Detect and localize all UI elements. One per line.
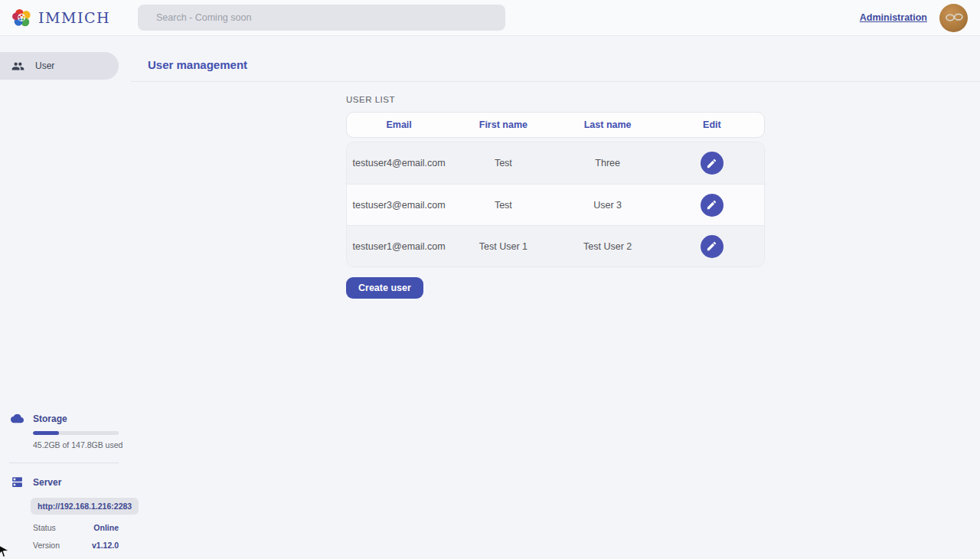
cell-email: testuser3@email.com xyxy=(347,200,451,211)
column-header-first-name: First name xyxy=(451,119,555,130)
pencil-icon xyxy=(706,199,717,211)
user-list-label: USER LIST xyxy=(346,95,765,104)
page-title: User management xyxy=(148,58,980,71)
sidebar-divider xyxy=(9,463,119,463)
cell-email: testuser1@email.com xyxy=(347,241,451,252)
top-bar: IMMICH Administration xyxy=(0,0,980,36)
search-input[interactable] xyxy=(138,5,505,31)
pencil-icon xyxy=(706,240,717,252)
sidebar-item-user[interactable]: User xyxy=(0,52,119,80)
sidebar: User Storage 45.2GB of 147.8GB used Serv… xyxy=(0,36,131,559)
cell-last-name: Test User 2 xyxy=(556,241,660,252)
cell-first-name: Test xyxy=(451,200,555,211)
pencil-icon xyxy=(706,158,717,169)
administration-link[interactable]: Administration xyxy=(860,12,927,23)
create-user-button[interactable]: Create user xyxy=(346,277,423,299)
edit-user-button[interactable] xyxy=(701,194,724,217)
cell-first-name: Test xyxy=(451,158,555,168)
sidebar-item-label: User xyxy=(35,60,54,71)
edit-user-button[interactable] xyxy=(701,152,724,175)
server-title: Server xyxy=(33,477,61,488)
glasses-photo-icon xyxy=(942,6,965,29)
storage-progress-fill xyxy=(33,431,59,435)
cloud-icon xyxy=(11,412,24,425)
users-group-icon xyxy=(11,60,24,73)
column-header-email: Email xyxy=(347,119,451,130)
mouse-cursor xyxy=(0,544,11,557)
storage-title: Storage xyxy=(33,414,67,424)
server-version-row: Version v1.12.0 xyxy=(33,541,119,550)
table-row: testuser1@email.com Test User 1 Test Use… xyxy=(347,225,764,266)
page-header: User management xyxy=(131,36,980,82)
server-status-row: Status Online xyxy=(33,523,119,532)
edit-user-button[interactable] xyxy=(701,235,724,258)
column-header-edit: Edit xyxy=(660,119,764,130)
immich-logo-icon xyxy=(12,8,33,28)
user-list-section: USER LIST Email First name Last name Edi… xyxy=(346,95,765,299)
user-avatar[interactable] xyxy=(939,4,968,32)
server-url-badge: http://192.168.1.216:2283 xyxy=(31,498,139,515)
user-table-body: testuser4@email.com Test Three testuser3… xyxy=(346,142,765,267)
status-label: Status xyxy=(33,523,56,532)
cell-email: testuser4@email.com xyxy=(347,158,451,168)
immich-brand: IMMICH xyxy=(12,8,110,28)
storage-progress-bar xyxy=(33,431,119,435)
status-value: Online xyxy=(93,523,119,532)
version-value: v1.12.0 xyxy=(92,541,119,550)
sidebar-status-panel: Storage 45.2GB of 147.8GB used Server ht… xyxy=(0,412,131,550)
server-icon xyxy=(11,476,24,489)
version-label: Version xyxy=(33,541,60,550)
cell-last-name: Three xyxy=(556,158,660,168)
main-content: User management USER LIST Email First na… xyxy=(131,36,980,559)
cell-last-name: User 3 xyxy=(556,200,660,211)
user-table-header: Email First name Last name Edit xyxy=(346,112,765,138)
table-row: testuser4@email.com Test Three xyxy=(347,142,764,184)
column-header-last-name: Last name xyxy=(556,119,660,130)
storage-usage-caption: 45.2GB of 147.8GB used xyxy=(33,440,131,449)
cell-first-name: Test User 1 xyxy=(451,241,555,252)
brand-wordmark: IMMICH xyxy=(38,9,110,26)
table-row: testuser3@email.com Test User 3 xyxy=(347,184,764,225)
